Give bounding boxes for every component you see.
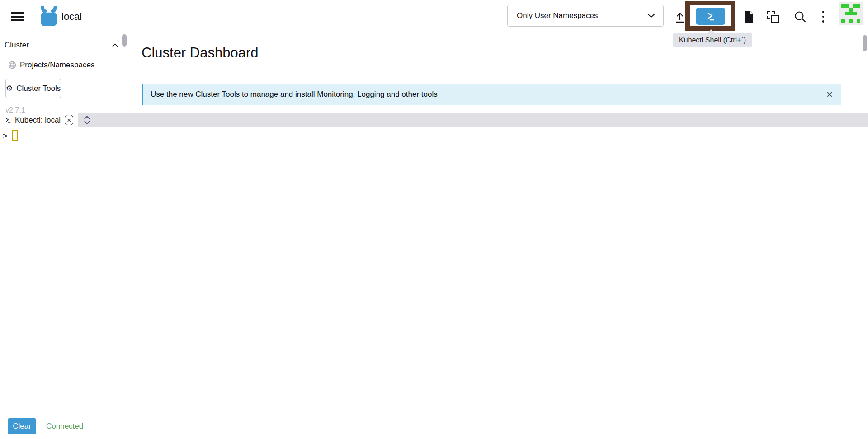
sidebar-item-projects-namespaces[interactable]: Projects/Namespaces [8,61,128,70]
terminal-tab-label: Kubectl: local [15,116,61,125]
terminal-prompt: > [3,131,7,140]
terminal-cursor [12,130,18,141]
terminal[interactable]: > [0,127,868,413]
expand-panel-icon[interactable] [78,113,96,127]
rancher-logo-icon[interactable] [37,5,61,28]
kubectl-shell-button[interactable] [696,8,725,25]
clear-button[interactable]: Clear [8,418,36,434]
kubectl-shell-drawer: Kubectl: local × > Clear Connected [0,113,868,439]
terminal-tab-close-icon[interactable]: × [65,115,73,125]
terminal-footer: Clear Connected [0,413,868,439]
import-yaml-icon[interactable] [766,10,780,24]
info-banner: Use the new Cluster Tools to manage and … [142,84,841,105]
menu-icon[interactable] [11,12,24,21]
terminal-prompt-icon [5,117,11,123]
rancher-app: local Only User Namespaces Kubectl Shell… [0,0,868,439]
terminal-tab-kubectl-local[interactable]: Kubectl: local × [0,113,78,127]
user-avatar[interactable] [839,2,863,25]
cluster-name: local [61,0,82,33]
sidebar-scrollbar-thumb[interactable] [122,34,127,47]
info-banner-text: Use the new Cluster Tools to manage and … [151,90,438,99]
search-icon[interactable] [793,9,807,24]
terminal-tab-strip: Kubectl: local × [0,113,868,127]
gear-icon: ⚙ [6,85,13,92]
sidebar-section-cluster[interactable]: Cluster [0,34,128,50]
namespace-filter-value: Only User Namespaces [517,11,598,20]
file-icon[interactable] [742,9,755,24]
namespace-filter-dropdown[interactable]: Only User Namespaces [507,5,664,27]
main-scrollbar-thumb[interactable] [863,35,867,51]
banner-close-icon[interactable]: × [826,89,833,100]
connection-status: Connected [46,422,83,431]
sidebar-item-label: Projects/Namespaces [20,61,94,70]
top-header: local Only User Namespaces [0,0,868,33]
cluster-tools-label: Cluster Tools [16,84,61,93]
page-title: Cluster Dashboard [142,45,258,61]
chevron-down-icon [647,14,655,18]
chevron-up-icon [112,43,118,47]
kebab-menu-icon[interactable] [819,10,827,24]
kubectl-shell-tooltip: Kubectl Shell (Ctrl+`) [673,33,752,47]
cluster-tools-button[interactable]: ⚙ Cluster Tools [5,79,61,98]
globe-icon [8,61,16,69]
upload-icon[interactable] [673,10,687,24]
sidebar-section-label: Cluster [5,41,29,50]
